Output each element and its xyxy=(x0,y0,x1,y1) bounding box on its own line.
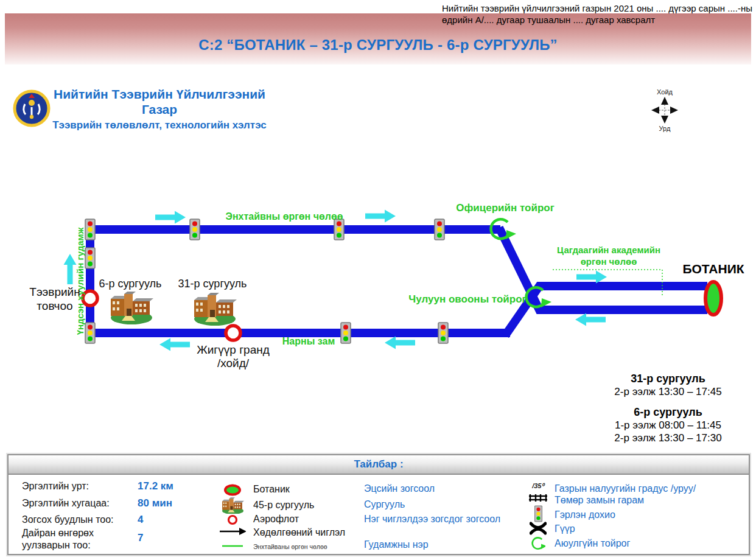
terminal-ellipse-icon xyxy=(219,484,246,496)
traffic-light-icon xyxy=(341,323,351,343)
stat-label-junction-count: Дайран өнгөрөх уулзварын тоо: xyxy=(22,527,107,551)
terminal-label-botanik: БОТАНИК xyxy=(682,262,744,276)
traffic-light-icon xyxy=(85,219,95,240)
road-symbol-label-roundabout: Аюулгүйн тойрог xyxy=(555,538,630,549)
direction-arrow-west-terminal xyxy=(575,313,606,326)
stop-label-jiguur-grand-1: Жигүүр гранд xyxy=(197,343,270,356)
compass-south-label: Урд xyxy=(659,125,671,132)
stop-ring-jiguur-grand xyxy=(226,326,240,340)
stat-label-stop-count: Зогсох буудлын тоо: xyxy=(22,514,114,525)
school-schedule: 31-р сургууль 2-р ээлж 13:30 – 17:45 6-р… xyxy=(603,373,733,444)
stop-label-school6: 6-р сургууль xyxy=(99,278,162,290)
street-name-line-icon xyxy=(219,544,246,548)
symbol-desc-street-name: Гудамжны нэр xyxy=(364,539,429,550)
direction-arrow-icon xyxy=(219,527,246,536)
schedule-school31-title: 31-р сургууль xyxy=(603,373,733,385)
compass-west-arrow xyxy=(651,107,659,114)
traffic-light-legend-icon xyxy=(525,505,551,522)
stat-value-junction-count: 7 xyxy=(138,532,143,544)
symbol-name-school45: 45-р сургууль xyxy=(253,500,314,511)
traffic-light-icon xyxy=(438,323,448,343)
street-label-constitution: Үндсэн хуулийн гудамж xyxy=(75,227,85,335)
symbol-desc-school: Сургууль xyxy=(364,499,405,510)
stat-value-stop-count: 4 xyxy=(138,514,143,526)
stop-label-transport-office-1: Тээврийн xyxy=(29,285,80,298)
schedule-school6-shift2: 2-р ээлж 13:30 – 17:30 xyxy=(603,432,733,444)
one-way-stop-ring-icon xyxy=(219,514,246,526)
direction-arrow-east-terminal xyxy=(576,271,607,284)
school-building-icon xyxy=(219,497,246,514)
symbol-name-botanik: Ботаник xyxy=(253,484,290,495)
stat-value-route-duration: 80 мин xyxy=(138,497,172,509)
botanik-terminal-marker xyxy=(705,282,721,315)
traffic-light-icon xyxy=(85,248,95,268)
schedule-school6-shift1: 1-р ээлж 08:00 – 11:45 xyxy=(603,419,733,432)
traffic-light-icon xyxy=(435,219,444,240)
road-symbol-label-bridge: Гүүр xyxy=(555,523,575,534)
school6-building-icon xyxy=(111,292,153,324)
direction-arrow-east-1 xyxy=(155,211,186,224)
railway-crossing-icon xyxy=(525,493,551,503)
street-label-police-academy-2: өргөн чөлөө xyxy=(581,256,637,267)
symbol-name-street-line: Энхтайваны өргөн чөлөө xyxy=(253,543,327,550)
legend-body: Эргэлтийн урт: 17.2 км Эргэлтийн хугацаа… xyxy=(9,475,749,553)
symbol-desc-one-way-stop: Нэг чиглэлдээ зогсдог зогсоол xyxy=(364,514,500,525)
schedule-school6-title: 6-р сургууль xyxy=(603,406,733,419)
stop-label-jiguur-grand-2: /хойд/ xyxy=(217,357,250,369)
street-label-sun-road: Нарны зам xyxy=(282,336,335,346)
road-symbol-label-railway: Төмөр замын гарам xyxy=(555,495,644,506)
street-label-police-academy-1: Цагдаагийн академийн xyxy=(557,245,660,255)
compass-rose: Хойд Урд xyxy=(651,88,678,132)
schedule-gap xyxy=(603,398,733,406)
traffic-light-icon xyxy=(85,323,95,343)
road-symbol-label-traffic-light: Гэрлэн дохио xyxy=(555,509,615,520)
traffic-light-icon xyxy=(334,219,344,240)
direction-arrow-west-1 xyxy=(159,338,190,351)
safety-roundabout-icon xyxy=(525,536,551,551)
stop-label-transport-office-2: товчоо xyxy=(37,299,72,312)
direction-arrow-east-2 xyxy=(365,210,396,223)
stat-label-route-length: Эргэлтийн урт: xyxy=(22,481,89,492)
symbol-name-direction: Хөдөлгөөний чиглэл xyxy=(253,527,345,538)
legend-table: Тайлбар : Эргэлтийн урт: 17.2 км Эргэлти… xyxy=(7,454,750,555)
junction-label-officer-roundabout: Офицерийн тойрог xyxy=(456,202,555,214)
stop-label-school31: 31-р сургууль xyxy=(178,278,247,290)
direction-arrow-west-2 xyxy=(385,337,415,349)
compass-north-arrow xyxy=(661,97,668,105)
route-map-page: Нийтийн тээврийн үйлчилгээний газрын 202… xyxy=(0,0,756,560)
traffic-light-icon xyxy=(190,219,200,240)
compass-east-arrow xyxy=(670,107,678,114)
school31-building-icon xyxy=(194,293,237,326)
stat-value-route-length: 17.2 км xyxy=(138,480,173,492)
stat-label-route-duration: Эргэлтийн хугацаа: xyxy=(22,498,110,509)
junction-label-stone-ovoo: Чулуун овооны тойрог xyxy=(408,293,526,305)
road-symbol-label-slope: Газрын налуугийн градус /уруу/ xyxy=(555,483,696,494)
street-label-peace-avenue: Энхтайвны өргөн чөлөө xyxy=(226,211,343,222)
compass-north-label: Хойд xyxy=(657,88,673,96)
schedule-school31-shift2: 2-р ээлж 13:30 – 17:45 xyxy=(603,385,733,398)
symbol-desc-terminal: Эцсийн зогсоол xyxy=(364,483,435,494)
slope-degree-icon: /35⁰ xyxy=(525,482,551,490)
symbol-name-aeroflot: Аэрофлот xyxy=(253,514,299,525)
bridge-icon xyxy=(525,521,551,536)
legend-title: Тайлбар : xyxy=(9,455,749,475)
compass-south-arrow xyxy=(661,116,668,124)
